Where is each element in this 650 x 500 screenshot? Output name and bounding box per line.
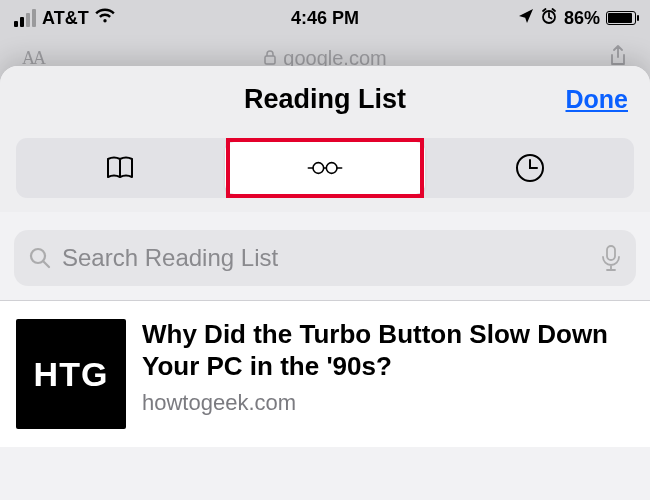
svg-rect-1: [265, 56, 275, 64]
battery-icon: [606, 11, 636, 25]
mic-icon[interactable]: [600, 245, 622, 271]
item-domain: howtogeek.com: [142, 390, 634, 416]
status-bar: AT&T 4:46 PM 86%: [0, 0, 650, 36]
glasses-icon: [307, 150, 343, 186]
list-item[interactable]: HTG Why Did the Turbo Button Slow Down Y…: [0, 301, 650, 447]
alarm-icon: [540, 7, 558, 30]
location-arrow-icon: [518, 8, 534, 29]
tab-history[interactable]: [429, 142, 630, 194]
sheet-title: Reading List: [244, 84, 406, 115]
tab-reading-list[interactable]: [225, 142, 426, 194]
wifi-icon: [95, 8, 115, 29]
screen: AT&T 4:46 PM 86% AA google.com: [0, 0, 650, 500]
search-field[interactable]: Search Reading List: [14, 230, 636, 286]
reading-list: HTG Why Did the Turbo Button Slow Down Y…: [0, 301, 650, 447]
clock-icon: [512, 150, 548, 186]
item-thumbnail: HTG: [16, 319, 126, 429]
done-button[interactable]: Done: [566, 85, 629, 114]
sheet-header: Reading List Done: [0, 66, 650, 132]
cell-signal-icon: [14, 9, 36, 27]
search-icon: [28, 246, 52, 270]
book-icon: [102, 150, 138, 186]
svg-point-3: [326, 163, 337, 174]
item-title: Why Did the Turbo Button Slow Down Your …: [142, 319, 634, 382]
battery-percent: 86%: [564, 8, 600, 29]
svg-rect-6: [607, 246, 615, 260]
view-segmented-control[interactable]: [16, 138, 634, 198]
tab-bookmarks[interactable]: [20, 142, 221, 194]
svg-point-2: [313, 163, 324, 174]
search-placeholder: Search Reading List: [62, 244, 590, 272]
bookmarks-sheet: Reading List Done: [0, 66, 650, 500]
carrier-label: AT&T: [42, 8, 89, 29]
